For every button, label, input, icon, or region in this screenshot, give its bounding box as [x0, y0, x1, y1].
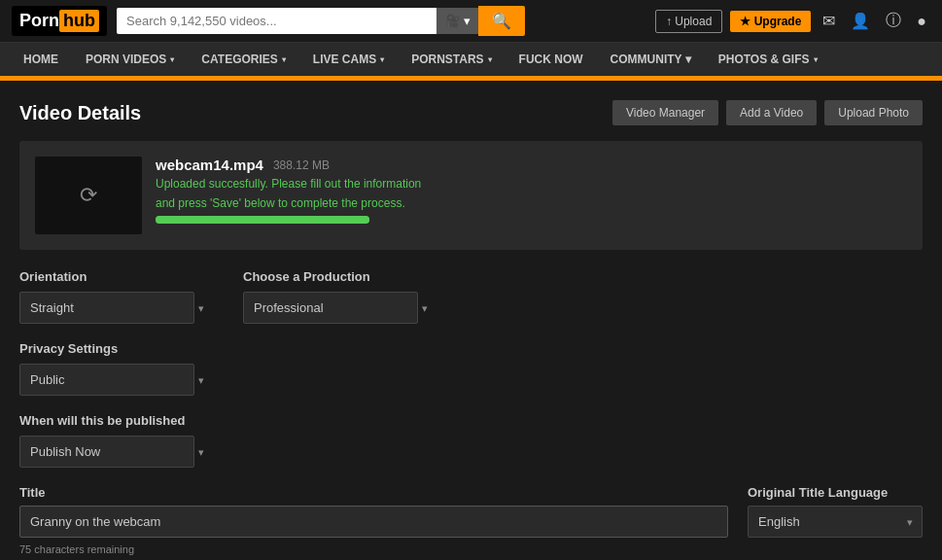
- publish-label: When will this be published: [19, 413, 214, 428]
- main-nav: HOME PORN VIDEOS ▾ CATEGORIES ▾ LIVE CAM…: [0, 43, 942, 78]
- privacy-select-wrapper: Public Private Friends Only ▾: [19, 364, 214, 396]
- production-select-wrapper: Professional Amateur Studio ▾: [243, 292, 437, 324]
- live-cams-caret: ▾: [380, 55, 384, 64]
- orientation-group: Orientation Straight Gay Trans ▾: [19, 269, 214, 324]
- video-size: 388.12 MB: [273, 158, 330, 172]
- publish-select-wrapper: Publish Now Schedule ▾: [19, 436, 214, 468]
- form-row-orientation-production: Orientation Straight Gay Trans ▾ Choose …: [19, 269, 923, 324]
- nav-photos-gifs[interactable]: PHOTOS & GIFS ▾: [705, 43, 831, 76]
- publish-group: When will this be published Publish Now …: [19, 413, 214, 468]
- pornstars-caret: ▾: [488, 55, 492, 64]
- orientation-select[interactable]: Straight Gay Trans: [19, 292, 194, 324]
- logo-porn: Porn: [19, 11, 59, 31]
- orientation-label: Orientation: [19, 269, 214, 284]
- add-video-button[interactable]: Add a Video: [726, 100, 817, 125]
- video-filename: webcam14.mp4: [156, 157, 263, 173]
- nav-home[interactable]: HOME: [10, 43, 72, 76]
- form-row-title: Title 75 characters remaining Original T…: [19, 485, 923, 555]
- title-label: Title: [19, 485, 728, 500]
- form-row-privacy: Privacy Settings Public Private Friends …: [19, 341, 923, 396]
- porn-videos-caret: ▾: [170, 55, 174, 64]
- progress-fill: [156, 216, 369, 224]
- privacy-group: Privacy Settings Public Private Friends …: [19, 341, 214, 396]
- upload-photo-button[interactable]: Upload Photo: [824, 100, 923, 125]
- search-bar: 🎥 ▾ 🔍: [117, 6, 525, 36]
- title-group: Title 75 characters remaining: [19, 485, 728, 555]
- production-caret: ▾: [422, 301, 428, 314]
- info-button[interactable]: ⓘ: [882, 9, 905, 33]
- messages-button[interactable]: ✉: [819, 10, 839, 32]
- search-button[interactable]: 🔍: [478, 6, 525, 36]
- video-details-form: Orientation Straight Gay Trans ▾ Choose …: [19, 269, 923, 560]
- video-thumbnail: ⟳: [35, 157, 142, 234]
- camera-search-button[interactable]: 🎥 ▾: [436, 8, 478, 34]
- photos-gifs-caret: ▾: [814, 55, 818, 64]
- upload-status-line2: and press 'Save' below to complete the p…: [156, 196, 907, 210]
- publish-select[interactable]: Publish Now Schedule: [19, 436, 194, 468]
- nav-fuck-now[interactable]: FUCK NOW: [506, 43, 597, 76]
- nav-categories[interactable]: CATEGORIES ▾: [188, 43, 298, 76]
- production-group: Choose a Production Professional Amateur…: [243, 269, 437, 324]
- privacy-caret: ▾: [198, 373, 204, 386]
- page-title: Video Details: [19, 102, 141, 124]
- video-card: ⟳ webcam14.mp4 388.12 MB Uploaded succes…: [19, 141, 923, 250]
- language-group: Original Title Language English Spanish …: [748, 485, 923, 538]
- video-info: webcam14.mp4 388.12 MB Uploaded succesfu…: [156, 157, 907, 224]
- upload-button[interactable]: ↑ Upload: [655, 10, 722, 33]
- camera-icon: 🎥: [444, 14, 461, 28]
- privacy-select[interactable]: Public Private Friends Only: [19, 364, 194, 396]
- title-input[interactable]: [19, 506, 728, 538]
- language-select[interactable]: English Spanish French German: [748, 506, 923, 538]
- header-actions: ↑ Upload ★ Upgrade ✉ 👤 ⓘ ●: [655, 9, 930, 33]
- nav-porn-videos[interactable]: PORN VIDEOS ▾: [72, 43, 188, 76]
- logo[interactable]: Porn hub: [12, 6, 107, 36]
- char-remaining: 75 characters remaining: [19, 543, 728, 555]
- loading-spinner: ⟳: [80, 183, 97, 208]
- logo-hub: hub: [59, 10, 99, 32]
- progress-bar: [156, 216, 369, 224]
- language-label: Original Title Language: [748, 485, 923, 500]
- nav-pornstars[interactable]: PORNSTARS ▾: [398, 43, 505, 76]
- search-input[interactable]: [117, 8, 436, 34]
- nav-community[interactable]: COMMUNITY ▾: [597, 43, 705, 76]
- form-row-publish: When will this be published Publish Now …: [19, 413, 923, 468]
- upload-status-line1: Uploaded succesfully. Please fill out th…: [156, 177, 907, 191]
- production-select[interactable]: Professional Amateur Studio: [243, 292, 418, 324]
- orientation-select-wrapper: Straight Gay Trans ▾: [19, 292, 214, 324]
- camera-caret: ▾: [464, 14, 471, 28]
- upgrade-button[interactable]: ★ Upgrade: [730, 11, 811, 32]
- language-select-wrapper: English Spanish French German ▾: [748, 506, 923, 538]
- header: Porn hub 🎥 ▾ 🔍 ↑ Upload ★ Upgrade ✉ 👤 ⓘ …: [0, 0, 942, 43]
- categories-caret: ▾: [282, 55, 286, 64]
- main-content: Video Details Video Manager Add a Video …: [0, 81, 942, 560]
- avatar-button[interactable]: ●: [913, 11, 930, 32]
- publish-caret: ▾: [198, 445, 204, 458]
- section-header: Video Details Video Manager Add a Video …: [19, 100, 923, 125]
- privacy-label: Privacy Settings: [19, 341, 214, 356]
- section-actions: Video Manager Add a Video Upload Photo: [612, 100, 923, 125]
- production-label: Choose a Production: [243, 269, 437, 284]
- video-filename-row: webcam14.mp4 388.12 MB: [156, 157, 907, 173]
- nav-live-cams[interactable]: LIVE CAMS ▾: [299, 43, 398, 76]
- video-manager-button[interactable]: Video Manager: [612, 100, 718, 125]
- profile-button[interactable]: 👤: [847, 10, 874, 32]
- orientation-caret: ▾: [198, 301, 204, 314]
